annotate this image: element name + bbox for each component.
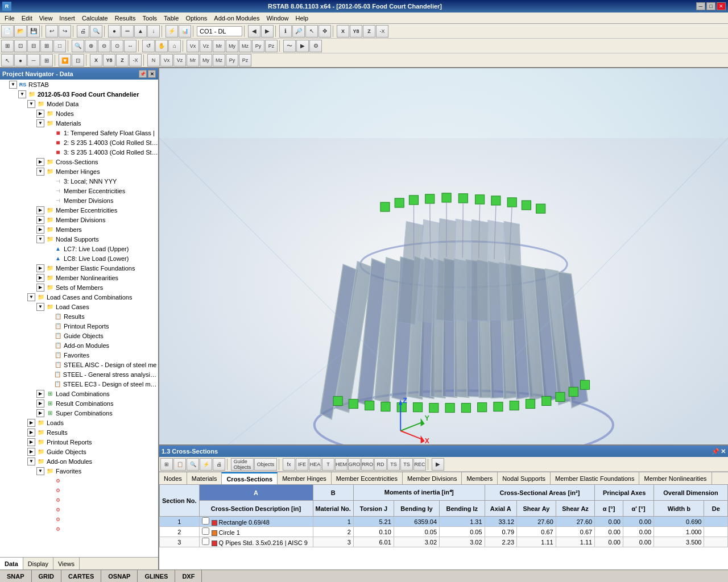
tree-lcc[interactable]: ▼ 📁 Load Cases and Combinations — [0, 292, 158, 302]
tb2-9[interactable]: ⊙ — [111, 40, 123, 52]
tb2-5[interactable]: □ — [53, 40, 66, 52]
status-dxf[interactable]: DXF — [175, 570, 202, 583]
tb-new[interactable]: 📄 — [1, 25, 14, 38]
tb2-7[interactable]: ⊕ — [85, 40, 97, 52]
status-grid[interactable]: GRID — [32, 570, 62, 583]
tree-lc5[interactable]: 📋 Favorites — [0, 350, 158, 360]
tree-mat3[interactable]: ■ 3: S 235 1.4003 (Cold Rolled Strip — [0, 147, 158, 157]
bt-rd[interactable]: RD — [374, 458, 387, 471]
tree-lc1[interactable]: 📋 Results — [0, 311, 158, 321]
tb3-x[interactable]: X — [90, 54, 102, 66]
status-snap[interactable]: SNAP — [0, 570, 32, 583]
tree-steel-ds[interactable]: ⚙ — [0, 524, 158, 534]
bt-rec[interactable]: REC — [413, 458, 426, 471]
table-row[interactable]: 3Q Pipes Std. 3.5x0.216 | AISC 936.013.0… — [160, 537, 728, 547]
tree-steel-aisc[interactable]: ⚙ — [0, 476, 158, 485]
tb-calc[interactable]: ⚡ — [166, 25, 178, 38]
tb-info[interactable]: ℹ — [279, 25, 292, 38]
tb3-mz2[interactable]: Mz — [213, 54, 225, 66]
cs-checkbox[interactable] — [202, 538, 209, 545]
tb2-deform[interactable]: 〜 — [283, 40, 296, 52]
tree-super-comb[interactable]: ▶ ⊞ Super Combinations — [0, 408, 158, 418]
tab-nodal-supports[interactable]: Nodal Supports — [498, 472, 551, 484]
bottom-close[interactable]: ✕ — [721, 448, 726, 455]
tree-nonlin[interactable]: ▶ 📁 Member Nonlinearities — [0, 273, 158, 282]
tab-member-eccentricities[interactable]: Member Eccentricities — [332, 472, 403, 484]
tree-eccentricities[interactable]: ▶ 📁 Member Eccentricities — [0, 205, 158, 215]
tb3-pz2[interactable]: Pz — [239, 54, 251, 66]
menu-table[interactable]: Table — [160, 14, 182, 23]
tb3-cs[interactable]: ⊞ — [40, 54, 53, 66]
tab-cross-sections[interactable]: Cross-Sections — [222, 472, 278, 484]
tree-project[interactable]: ▼ 📁 2012-05-03 Food Court Chandelier — [0, 89, 158, 99]
tree-loads[interactable]: ▶ 📁 Loads — [0, 418, 158, 427]
tab-member-hinges[interactable]: Member Hinges — [278, 472, 332, 484]
tb2-mr[interactable]: Mr — [213, 40, 225, 52]
tb2-home[interactable]: ⌂ — [168, 40, 181, 52]
tree-support2[interactable]: ▲ LC8: Live Load (Lower) — [0, 253, 158, 263]
bt-hem[interactable]: HEM — [335, 458, 348, 471]
bt-4[interactable]: ⚡ — [200, 458, 212, 471]
menu-window[interactable]: Window — [263, 14, 292, 23]
tb-redo[interactable]: ↪ — [59, 25, 71, 38]
tb2-1[interactable]: ⊞ — [1, 40, 14, 52]
tb3-nx2[interactable]: -X — [129, 54, 142, 66]
tree-results[interactable]: ▶ 📁 Results — [0, 427, 158, 437]
tb3-member[interactable]: ─ — [27, 54, 40, 66]
bt-2[interactable]: 📋 — [173, 458, 186, 471]
menu-calculate[interactable]: Calculate — [78, 14, 111, 23]
tab-elastic-foundations[interactable]: Member Elastic Foundations — [551, 472, 639, 484]
bt-ts2[interactable]: TS — [400, 458, 413, 471]
cs-checkbox[interactable] — [202, 517, 209, 525]
nav-tab-data[interactable]: Data — [0, 558, 23, 569]
tab-nodes[interactable]: Nodes — [159, 472, 187, 484]
nav-tab-display[interactable]: Display — [23, 558, 53, 569]
tree-mat1[interactable]: ■ 1: Tempered Safety Float Glass | — [0, 128, 158, 138]
tb2-6[interactable]: 🔍 — [72, 40, 84, 52]
menu-edit[interactable]: Edit — [18, 14, 36, 23]
tab-members[interactable]: Members — [462, 472, 498, 484]
menu-options[interactable]: Options — [182, 14, 210, 23]
tb2-anim[interactable]: ▶ — [296, 40, 309, 52]
tb-load[interactable]: ↓ — [147, 25, 160, 38]
nav-close[interactable]: ✕ — [148, 70, 156, 78]
tree-steel-is[interactable]: ⚙ — [0, 505, 158, 514]
tree-lc7[interactable]: 📋 STEEL - General stress analysis of st — [0, 369, 158, 379]
tb-select[interactable]: ↖ — [305, 25, 318, 38]
tree-materials[interactable]: ▼ 📁 Materials — [0, 118, 158, 128]
tree-hinge2[interactable]: ⊣ Member Eccentricities — [0, 186, 158, 196]
tree-elastic[interactable]: ▶ 📁 Member Elastic Foundations — [0, 263, 158, 273]
tb-node[interactable]: ● — [108, 25, 121, 38]
tree-rstab[interactable]: ▼ RS RSTAB — [0, 80, 158, 89]
tb-x[interactable]: X — [337, 25, 349, 38]
tb3-select[interactable]: ↖ — [1, 54, 14, 66]
tree-hinge1[interactable]: ⊣ 3: Local; NNN YYY — [0, 176, 158, 186]
status-glines[interactable]: GLINES — [138, 570, 175, 583]
tree-lc6[interactable]: 📋 STEEL AISC - Design of steel me — [0, 360, 158, 369]
tree-support1[interactable]: ▲ LC7: Live Load (Upper) — [0, 244, 158, 253]
tb3-y8[interactable]: Y8 — [103, 54, 115, 66]
tb-search[interactable]: 🔍 — [90, 25, 102, 38]
tb2-4[interactable]: ⊞ — [40, 40, 53, 52]
tree-lc4[interactable]: 📋 Add-on Modules — [0, 340, 158, 350]
tb-undo[interactable]: ↩ — [46, 25, 58, 38]
close-btn[interactable]: ✕ — [717, 2, 726, 10]
bt-export[interactable]: Objects — [254, 458, 277, 471]
bt-1[interactable]: ⊞ — [160, 458, 173, 471]
tree-guide[interactable]: ▶ 📁 Guide Objects — [0, 447, 158, 456]
nav-tab-views[interactable]: Views — [53, 558, 80, 569]
tb-open[interactable]: 📂 — [14, 25, 27, 38]
status-cartes[interactable]: CARTES — [61, 570, 101, 583]
tb-prev[interactable]: ◀ — [248, 25, 260, 38]
tree-mat2[interactable]: ■ 2: S 235 1.4003 (Cold Rolled Strip — [0, 138, 158, 147]
tree-members[interactable]: ▶ 📁 Members — [0, 225, 158, 234]
menu-addon[interactable]: Add-on Modules — [210, 14, 263, 23]
tree-lc2[interactable]: 📋 Printout Reports — [0, 321, 158, 331]
tb2-pan[interactable]: ✋ — [155, 40, 168, 52]
bt-rro[interactable]: RRO — [361, 458, 374, 471]
bt-scroll-right[interactable]: ▶ — [432, 458, 444, 471]
tb3-z2[interactable]: Z — [116, 54, 129, 66]
tb-zoom[interactable]: 🔎 — [292, 25, 305, 38]
bt-tools[interactable]: Guide Objects — [231, 458, 254, 471]
tb-result[interactable]: 📊 — [179, 25, 191, 38]
